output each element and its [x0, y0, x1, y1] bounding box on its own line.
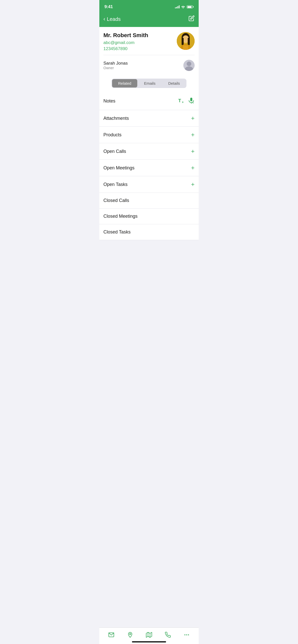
contact-divider [103, 55, 195, 55]
contact-email[interactable]: abc@gmail.com [103, 40, 177, 45]
owner-name: Sarah Jonas [103, 61, 128, 66]
open-meetings-label: Open Meetings [103, 165, 134, 171]
notes-label: Notes [103, 98, 115, 104]
tab-details[interactable]: Details [162, 79, 186, 87]
products-add-button[interactable]: + [191, 132, 195, 138]
back-button[interactable]: ‹ Leads [103, 16, 121, 22]
list-item: Open Calls + [99, 143, 199, 160]
related-section: Notes T + + Attachments + Produ [99, 92, 199, 266]
open-calls-add-button[interactable]: + [191, 148, 195, 154]
contact-header: Mr. Robert Smith abc@gmail.com 123456789… [99, 27, 199, 76]
notes-voice-add-button[interactable]: + [188, 97, 195, 105]
segment-control: Related Emails Details [112, 79, 187, 88]
closed-meetings-label: Closed Meetings [103, 214, 138, 219]
voice-add-icon: + [188, 97, 195, 104]
svg-point-8 [187, 62, 191, 66]
open-meetings-add-button[interactable]: + [191, 165, 195, 171]
svg-rect-4 [188, 38, 190, 45]
contact-name: Mr. Robert Smith [103, 32, 177, 39]
battery-icon [187, 5, 194, 8]
list-item: Closed Calls [99, 193, 199, 209]
list-item: Closed Meetings [99, 209, 199, 224]
svg-rect-12 [190, 98, 192, 101]
list-item: Closed Tasks [99, 224, 199, 240]
owner-label: Owner [103, 66, 128, 70]
svg-rect-3 [182, 38, 184, 45]
tab-emails[interactable]: Emails [138, 79, 161, 87]
list-item: Open Meetings + [99, 160, 199, 176]
svg-text:+: + [182, 100, 184, 104]
status-time: 9:41 [104, 4, 113, 9]
status-icons [175, 5, 194, 8]
nav-back-label: Leads [107, 16, 121, 22]
list-item: Notes T + + [99, 92, 199, 110]
signal-icon [175, 5, 180, 8]
owner-avatar-image [183, 60, 195, 71]
products-label: Products [103, 132, 121, 138]
list-item: Products + [99, 127, 199, 143]
list-item: Attachments + [99, 110, 199, 127]
open-calls-label: Open Calls [103, 149, 126, 154]
status-bar: 9:41 [99, 0, 199, 13]
avatar-image [177, 32, 195, 50]
segment-container: Related Emails Details [99, 76, 199, 92]
owner-info: Sarah Jonas Owner [103, 61, 128, 70]
open-tasks-add-button[interactable]: + [191, 181, 195, 187]
svg-text:T: T [178, 98, 181, 103]
closed-tasks-label: Closed Tasks [103, 229, 131, 235]
contact-phone[interactable]: 1234567890 [103, 46, 177, 51]
back-arrow-icon: ‹ [103, 16, 105, 22]
owner-avatar [183, 60, 195, 71]
svg-text:+: + [192, 101, 194, 104]
wifi-icon [181, 5, 185, 8]
edit-button[interactable] [188, 15, 195, 23]
text-add-icon: T + [178, 97, 184, 104]
contact-info: Mr. Robert Smith abc@gmail.com 123456789… [103, 32, 177, 51]
contact-avatar [177, 32, 195, 50]
notes-actions: T + + [178, 97, 195, 105]
nav-bar: ‹ Leads [99, 13, 199, 27]
svg-rect-6 [183, 45, 188, 50]
attachments-label: Attachments [103, 116, 129, 121]
tab-related[interactable]: Related [112, 79, 138, 87]
closed-calls-label: Closed Calls [103, 198, 129, 203]
open-tasks-label: Open Tasks [103, 182, 128, 187]
notes-text-add-button[interactable]: T + [178, 97, 184, 105]
edit-icon [188, 15, 195, 21]
list-item: Open Tasks + [99, 176, 199, 193]
owner-row: Sarah Jonas Owner [103, 59, 195, 72]
attachments-add-button[interactable]: + [191, 115, 195, 121]
